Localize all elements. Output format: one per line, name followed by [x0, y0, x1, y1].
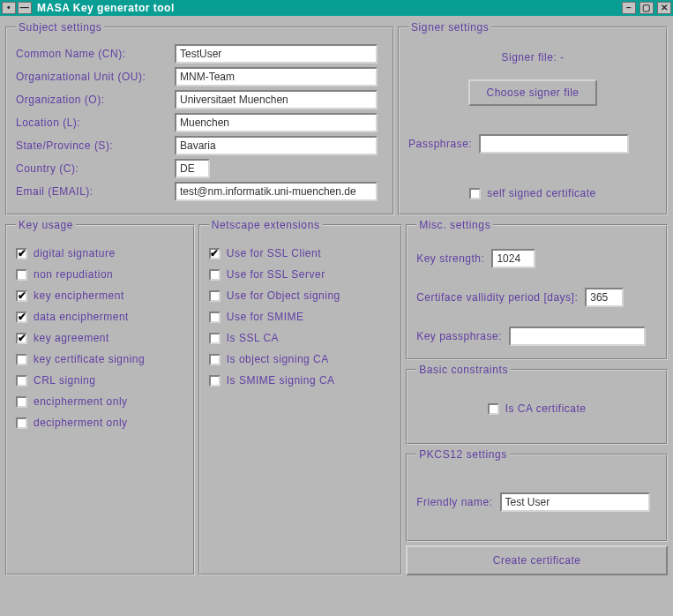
key-strength-input[interactable]	[491, 249, 535, 268]
titlebar-sys-dot[interactable]: •	[2, 2, 16, 14]
keyusage-item-checkbox[interactable]	[16, 417, 27, 429]
keyusage-item-checkbox[interactable]: ✔	[16, 312, 27, 323]
signer-settings: Signer settings Signer file: - Choose si…	[398, 21, 668, 215]
keyusage-item-row: ✔data encipherment	[16, 311, 184, 323]
o-label: Organization (O):	[16, 94, 175, 106]
netscape-item-row: ✔Use for SSL Client	[209, 247, 392, 259]
netscape-item-row: Is SMIME signing CA	[209, 374, 392, 387]
key-passphrase-label: Key passphrase:	[416, 330, 502, 342]
netscape-item-checkbox[interactable]	[209, 333, 221, 344]
mail-input[interactable]	[175, 182, 378, 201]
l-label: Location (L):	[16, 116, 175, 129]
titlebar-sys-menu[interactable]: —	[18, 2, 32, 14]
key-usage: Key usage ✔digital signaturenon repudiat…	[5, 219, 195, 575]
keyusage-item-label: encipherment only	[34, 395, 128, 408]
signer-passphrase-label: Passphrase:	[408, 138, 472, 150]
misc-settings: Misc. settings Key strength: Certiface v…	[406, 219, 668, 360]
netscape-item-checkbox[interactable]	[209, 312, 221, 323]
pkcs12-settings: PKCS12 settings Friendly name:	[406, 448, 668, 542]
basic-legend: Basic constraints	[416, 364, 511, 376]
ou-input[interactable]	[175, 67, 378, 86]
netscape-item-row: Is SSL CA	[209, 332, 392, 344]
misc-legend: Misc. settings	[416, 219, 493, 231]
key-strength-label: Key strength:	[416, 252, 484, 265]
keyusage-item-label: digital signature	[34, 247, 116, 259]
netscape-item-label: Is SMIME signing CA	[227, 374, 335, 387]
keyusage-item-checkbox[interactable]: ✔	[16, 290, 27, 302]
keyusage-item-checkbox[interactable]	[16, 375, 27, 387]
ou-label: Organizational Unit (OU):	[16, 71, 175, 83]
signer-file-label: Signer file: -	[501, 51, 564, 64]
netscape-item-checkbox[interactable]	[209, 269, 221, 281]
o-input[interactable]	[175, 90, 378, 109]
selfsigned-checkbox[interactable]	[469, 188, 481, 199]
keyusage-item-label: key agreement	[34, 332, 109, 344]
keyusage-item-label: decipherment only	[34, 417, 128, 429]
choose-signer-button[interactable]: Choose signer file	[468, 79, 596, 106]
keyusage-item-row: non repudiation	[16, 268, 184, 281]
netscape-item-row: Use for SSL Server	[209, 268, 392, 281]
s-label: State/Province (S):	[16, 139, 175, 152]
netscape-item-label: Is object signing CA	[227, 353, 329, 365]
netscape-item-label: Use for SMIME	[227, 311, 304, 323]
cn-input[interactable]	[175, 44, 378, 64]
subject-settings: Subject settings Common Name (CN): Organ…	[5, 21, 394, 215]
keyusage-item-row: ✔key encipherment	[16, 289, 184, 302]
keyusage-item-row: decipherment only	[16, 417, 184, 429]
l-input[interactable]	[175, 113, 378, 132]
netscape-item-label: Use for SSL Server	[227, 268, 325, 281]
isca-label: Is CA certificate	[505, 402, 587, 415]
minimize-icon[interactable]: –	[622, 2, 636, 14]
keyusage-item-row: encipherment only	[16, 395, 184, 408]
netscape-item-checkbox[interactable]: ✔	[209, 248, 221, 259]
netscape-extensions: Netscape extensions ✔Use for SSL ClientU…	[198, 219, 402, 575]
netscape-legend: Netscape extensions	[209, 219, 323, 231]
basic-constraints: Basic constraints Is CA certificate	[406, 364, 668, 445]
c-label: Country (C):	[16, 162, 175, 175]
keyusage-item-row: ✔key agreement	[16, 332, 184, 344]
netscape-item-label: Is SSL CA	[227, 332, 279, 344]
s-input[interactable]	[175, 136, 378, 155]
netscape-item-row: Use for SMIME	[209, 311, 392, 323]
keyusage-item-label: key encipherment	[34, 289, 124, 302]
titlebar: • — MASA Key generator tool – ▢ ✕	[0, 0, 673, 16]
keyusage-item-row: ✔digital signature	[16, 247, 184, 259]
netscape-item-row: Use for Object signing	[209, 289, 392, 302]
friendly-name-input[interactable]	[500, 492, 650, 512]
create-certificate-button[interactable]: Create certificate	[406, 545, 668, 575]
keyusage-item-checkbox[interactable]	[16, 396, 27, 408]
keyusage-item-checkbox[interactable]: ✔	[16, 248, 27, 259]
netscape-item-label: Use for Object signing	[227, 289, 340, 302]
selfsigned-label: self signed certificate	[487, 187, 596, 199]
netscape-item-label: Use for SSL Client	[227, 247, 321, 259]
subject-legend: Subject settings	[16, 21, 104, 34]
keyusage-item-checkbox[interactable]	[16, 354, 27, 365]
netscape-item-checkbox[interactable]	[209, 354, 221, 365]
validity-input[interactable]	[585, 288, 624, 307]
key-passphrase-input[interactable]	[509, 327, 646, 346]
window-title: MASA Key generator tool	[37, 2, 175, 14]
signer-passphrase-input[interactable]	[479, 134, 629, 154]
netscape-item-checkbox[interactable]	[209, 290, 221, 302]
keyusage-item-label: data encipherment	[34, 311, 129, 323]
maximize-icon[interactable]: ▢	[639, 2, 654, 14]
cn-label: Common Name (CN):	[16, 48, 175, 60]
friendly-name-label: Friendly name:	[416, 496, 492, 508]
keyusage-item-label: CRL signing	[34, 374, 95, 387]
keyusage-item-checkbox[interactable]	[16, 269, 27, 281]
close-icon[interactable]: ✕	[657, 2, 671, 14]
keyusage-item-label: non repudiation	[34, 268, 113, 281]
netscape-item-checkbox[interactable]	[209, 375, 221, 387]
pkcs12-legend: PKCS12 settings	[416, 448, 510, 461]
validity-label: Certiface vallidity period [days]:	[416, 291, 578, 304]
isca-checkbox[interactable]	[488, 403, 499, 415]
netscape-item-row: Is object signing CA	[209, 353, 392, 365]
keyusage-item-row: key certificate signing	[16, 353, 184, 365]
c-input[interactable]	[175, 159, 210, 178]
keyusage-item-checkbox[interactable]: ✔	[16, 333, 27, 344]
mail-label: Email (EMAIL):	[16, 185, 175, 198]
keyusage-item-label: key certificate signing	[34, 353, 145, 365]
keyusage-legend: Key usage	[16, 219, 76, 231]
keyusage-item-row: CRL signing	[16, 374, 184, 387]
signer-legend: Signer settings	[408, 21, 491, 34]
